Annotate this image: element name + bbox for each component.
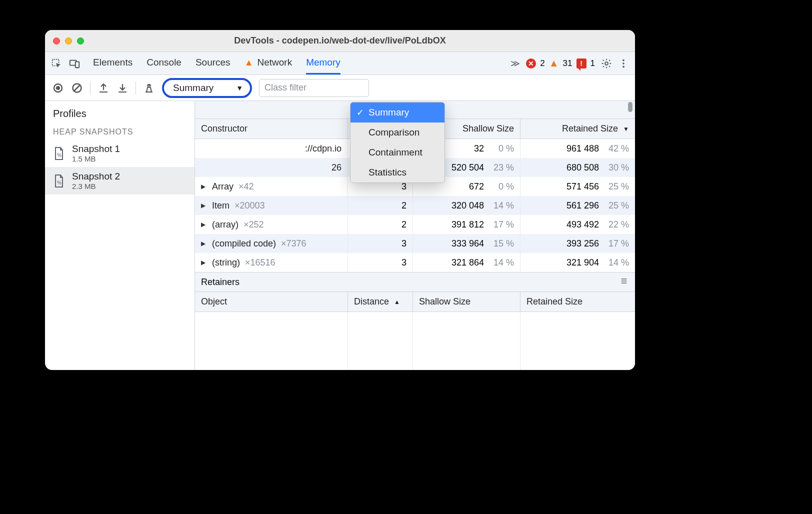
tab-label: Network <box>257 57 292 68</box>
table-row[interactable]: ▶ (compiled code) ×7376 3 333 96415 % 39… <box>195 234 635 253</box>
sidebar-title: Profiles <box>45 101 194 124</box>
tab-sources[interactable]: Sources <box>196 52 230 74</box>
shallow-size-pct: 17 % <box>491 220 514 230</box>
constructor-name: (array) <box>212 220 238 230</box>
window-zoom-button[interactable] <box>77 38 84 44</box>
shallow-size-pct: 0 % <box>491 144 514 154</box>
tab-label: Console <box>146 57 182 68</box>
table-row[interactable]: ▶ (array) ×252 2 391 81217 % 493 49222 % <box>195 215 635 234</box>
class-filter-input[interactable] <box>259 79 369 97</box>
col-constructor[interactable]: Constructor <box>195 119 348 138</box>
error-icon: ✕ <box>526 58 536 68</box>
tab-label: Memory <box>306 57 340 68</box>
retained-size-value: 961 488 <box>566 144 599 154</box>
snapshot-name: Snapshot 2 <box>72 171 120 182</box>
distance-value: 2 <box>402 220 406 230</box>
col-retained-size[interactable]: Retained Size▼ <box>520 119 635 138</box>
perspective-selected-label: Summary <box>173 82 214 94</box>
retained-size-pct: 14 % <box>606 258 629 268</box>
retained-size-value: 393 256 <box>566 238 599 249</box>
ret-col-shallow[interactable]: Shallow Size <box>412 292 520 312</box>
constructor-name: Array <box>212 182 234 192</box>
perspective-menu-item[interactable]: Summary <box>350 102 444 122</box>
constructor-name: (string) <box>212 258 240 268</box>
retained-size-pct: 25 % <box>606 200 629 211</box>
table-row[interactable]: ▶ Item ×20003 2 320 04814 % 561 29625 % <box>195 196 635 215</box>
perspective-menu: SummaryComparisonContainmentStatistics <box>350 102 445 183</box>
scrollbar-thumb[interactable] <box>628 102 632 112</box>
download-icon[interactable] <box>116 82 128 94</box>
disclosure-triangle-icon[interactable]: ▶ <box>201 202 207 209</box>
retained-size-value: 493 492 <box>566 220 599 230</box>
toggle-element-picker-icon[interactable] <box>51 58 62 69</box>
device-toolbar-icon[interactable] <box>69 58 80 69</box>
retained-size-value: 561 296 <box>566 200 599 211</box>
ret-col-object[interactable]: Object <box>195 292 348 312</box>
retainers-header: Object Distance▲ Shallow Size Retained S… <box>195 292 635 312</box>
perspective-menu-item[interactable]: Comparison <box>350 122 444 142</box>
snapshot-item[interactable]: % Snapshot 1 1.5 MB <box>45 140 194 167</box>
shallow-size-value: 391 812 <box>452 220 484 230</box>
tab-memory[interactable]: Memory <box>306 52 340 74</box>
sidebar-heading: HEAP SNAPSHOTS <box>45 124 194 140</box>
heap-grid: SummaryComparisonContainmentStatistics ▼… <box>195 101 635 370</box>
snapshot-icon: % <box>52 146 66 161</box>
snapshot-icon: % <box>52 174 66 188</box>
constructor-name: (compiled code) <box>212 238 276 249</box>
ret-col-retained[interactable]: Retained Size <box>520 292 635 312</box>
window-close-button[interactable] <box>53 38 60 44</box>
more-tabs-button[interactable]: ≫ <box>510 58 520 69</box>
profiles-sidebar: Profiles HEAP SNAPSHOTS % Snapshot 1 1.5… <box>45 101 195 370</box>
tab-label: Elements <box>93 57 132 68</box>
settings-icon[interactable] <box>601 58 612 69</box>
perspective-dropdown[interactable]: Summary ▼ <box>162 78 252 98</box>
disclosure-triangle-icon[interactable]: ▶ <box>201 240 207 247</box>
constructor-name: Item <box>212 200 230 211</box>
retainers-bar: Retainers <box>195 272 635 292</box>
constructor-name: 26 <box>332 162 342 173</box>
col-label: Shallow Size <box>462 124 514 134</box>
shallow-size-value: 32 <box>474 144 484 154</box>
separator <box>90 82 90 94</box>
disclosure-triangle-icon[interactable]: ▶ <box>201 183 207 190</box>
retainers-body <box>195 312 635 370</box>
more-options-icon[interactable] <box>618 58 629 69</box>
issue-counters[interactable]: ✕ 2 ▲ 31 ! 1 <box>526 58 595 69</box>
col-label: Constructor <box>201 124 248 134</box>
perspective-menu-item[interactable]: Containment <box>350 142 444 162</box>
record-icon[interactable] <box>52 82 64 94</box>
tab-console[interactable]: Console <box>146 52 182 74</box>
devtools-window: DevTools - codepen.io/web-dot-dev/live/P… <box>45 30 635 370</box>
instance-count: ×42 <box>238 182 254 192</box>
svg-point-8 <box>56 86 60 90</box>
svg-text:%: % <box>57 180 62 186</box>
retained-size-value: 571 456 <box>566 182 599 192</box>
upload-icon[interactable] <box>98 82 110 94</box>
svg-point-3 <box>605 62 608 65</box>
disclosure-triangle-icon[interactable]: ▶ <box>201 259 207 266</box>
table-row[interactable]: ▶ (string) ×16516 3 321 86414 % 321 9041… <box>195 253 635 272</box>
snapshot-name: Snapshot 1 <box>72 144 120 154</box>
svg-point-4 <box>622 59 624 61</box>
garbage-collect-icon[interactable] <box>143 82 155 94</box>
window-minimize-button[interactable] <box>65 38 72 44</box>
distance-value: 3 <box>402 258 406 268</box>
tab-elements[interactable]: Elements <box>93 52 132 74</box>
col-label: Retained Size <box>562 124 618 134</box>
col-label: Distance <box>354 296 389 307</box>
retained-size-value: 321 904 <box>566 258 599 268</box>
col-label: Retained Size <box>526 296 582 307</box>
disclosure-triangle-icon[interactable]: ▶ <box>201 221 207 228</box>
shallow-size-value: 333 964 <box>452 238 484 249</box>
instance-count: ×20003 <box>234 200 265 211</box>
clear-icon[interactable] <box>71 82 83 94</box>
shallow-size-value: 321 864 <box>452 258 484 268</box>
retainers-menu-icon[interactable] <box>619 277 629 288</box>
instance-count: ×252 <box>244 220 264 230</box>
shallow-size-pct: 14 % <box>491 258 514 268</box>
ret-col-distance[interactable]: Distance▲ <box>348 292 412 312</box>
svg-rect-2 <box>76 62 79 68</box>
snapshot-item[interactable]: % Snapshot 2 2.3 MB <box>45 167 194 194</box>
tab-network[interactable]: ▲ Network <box>244 52 292 74</box>
perspective-menu-item[interactable]: Statistics <box>350 162 444 182</box>
